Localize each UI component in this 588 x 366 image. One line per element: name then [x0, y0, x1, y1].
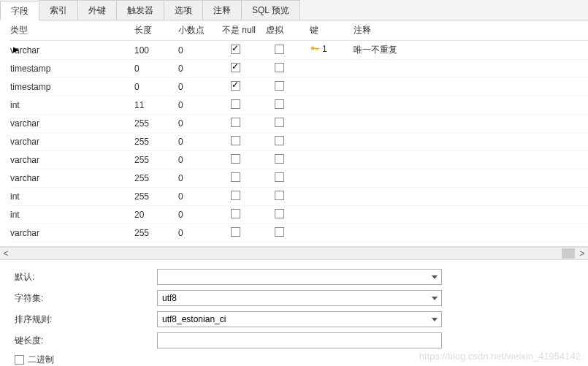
cell-length[interactable]: 255	[134, 228, 149, 238]
cell-type[interactable]: varchar	[10, 173, 39, 183]
cell-decimals[interactable]: 0	[178, 173, 183, 183]
collation-label: 排序规则:	[15, 313, 157, 326]
tab-2[interactable]: 外键	[77, 0, 117, 20]
virtual-checkbox[interactable]	[275, 209, 284, 218]
charset-label: 字符集:	[15, 292, 157, 305]
default-select[interactable]	[157, 269, 442, 285]
cell-comment[interactable]: 唯一不重复	[354, 45, 397, 55]
grid-header: 类型 长度 小数点 不是 null 虚拟 键 注释	[10, 20, 588, 41]
cell-decimals[interactable]: 0	[178, 137, 183, 147]
cell-length[interactable]: 100	[134, 45, 149, 56]
cell-length[interactable]: 255	[134, 118, 149, 129]
virtual-checkbox[interactable]	[275, 227, 284, 237]
virtual-checkbox[interactable]	[275, 154, 284, 164]
cell-type[interactable]: int	[10, 191, 20, 202]
cell-length[interactable]: 255	[134, 173, 149, 183]
table-row[interactable]: timestamp00	[10, 78, 588, 96]
tab-5[interactable]: 注释	[202, 0, 242, 20]
virtual-checkbox[interactable]	[275, 172, 284, 182]
table-row[interactable]: varchar2550	[10, 133, 588, 151]
notnull-checkbox[interactable]	[231, 227, 240, 237]
scroll-right-arrow[interactable]: >	[576, 248, 588, 259]
table-row[interactable]: int200	[10, 206, 588, 224]
table-row[interactable]: varchar2550	[10, 169, 588, 188]
virtual-checkbox[interactable]	[275, 45, 284, 54]
binary-checkbox[interactable]	[15, 355, 24, 365]
cell-length[interactable]: 255	[134, 137, 149, 147]
virtual-checkbox[interactable]	[275, 136, 284, 145]
cell-decimals[interactable]: 0	[178, 191, 183, 202]
cell-length[interactable]: 0	[134, 82, 140, 92]
notnull-checkbox[interactable]	[231, 154, 240, 164]
table-row[interactable]: varchar2550	[10, 224, 588, 243]
table-row[interactable]: varchar2550	[10, 115, 588, 133]
cell-length[interactable]: 20	[134, 210, 144, 220]
cell-decimals[interactable]: 0	[178, 82, 183, 92]
scroll-thumb[interactable]	[562, 248, 575, 259]
cell-type[interactable]: int	[10, 210, 20, 220]
horizontal-scrollbar[interactable]: < >	[0, 247, 588, 260]
binary-label: 二进制	[28, 354, 54, 366]
cell-type[interactable]: timestamp	[10, 82, 50, 92]
col-header-comment[interactable]: 注释	[354, 20, 588, 41]
col-header-decimals[interactable]: 小数点	[178, 20, 222, 41]
key-length-input[interactable]	[157, 332, 442, 348]
tab-4[interactable]: 选项	[164, 0, 203, 20]
notnull-checkbox[interactable]	[231, 81, 240, 91]
scroll-left-arrow[interactable]: <	[0, 248, 12, 259]
cell-decimals[interactable]: 0	[178, 100, 183, 110]
table-row[interactable]: int110	[10, 96, 588, 115]
fields-grid[interactable]: 类型 长度 小数点 不是 null 虚拟 键 注释 ▶varchar10001唯…	[0, 20, 588, 247]
collation-select[interactable]	[157, 311, 442, 327]
cell-decimals[interactable]: 0	[178, 210, 183, 220]
cell-length[interactable]: 11	[134, 100, 144, 110]
table-row[interactable]: ▶varchar10001唯一不重复	[10, 41, 588, 60]
cell-decimals[interactable]: 0	[178, 228, 183, 238]
tab-0[interactable]: 字段	[0, 1, 39, 20]
notnull-checkbox[interactable]	[231, 172, 240, 182]
svg-point-0	[312, 47, 313, 49]
cell-type[interactable]: varchar	[10, 155, 39, 165]
cell-type[interactable]: int	[10, 100, 20, 110]
charset-select[interactable]	[157, 290, 442, 306]
current-row-marker: ▶	[13, 45, 19, 53]
virtual-checkbox[interactable]	[275, 118, 284, 127]
cell-decimals[interactable]: 0	[178, 118, 183, 129]
cell-length[interactable]: 255	[134, 155, 149, 165]
cell-type[interactable]: timestamp	[10, 64, 50, 74]
col-header-notnull[interactable]: 不是 null	[222, 20, 266, 41]
virtual-checkbox[interactable]	[275, 99, 284, 109]
cell-type[interactable]: varchar	[10, 228, 39, 238]
table-row[interactable]: varchar2550	[10, 151, 588, 169]
notnull-checkbox[interactable]	[231, 209, 240, 218]
notnull-checkbox[interactable]	[231, 45, 240, 54]
field-properties-panel: 默认: 字符集: 排序规则: 键长度: 二进制	[0, 260, 588, 366]
cell-type[interactable]: varchar	[10, 137, 39, 147]
virtual-checkbox[interactable]	[275, 81, 284, 91]
virtual-checkbox[interactable]	[275, 63, 284, 72]
cell-decimals[interactable]: 0	[178, 64, 183, 74]
virtual-checkbox[interactable]	[275, 191, 284, 200]
col-header-type[interactable]: 类型	[10, 20, 134, 41]
cell-length[interactable]: 0	[134, 64, 140, 74]
cell-decimals[interactable]: 0	[178, 45, 183, 56]
cell-type[interactable]: varchar	[10, 118, 39, 129]
table-row[interactable]: timestamp00	[10, 60, 588, 78]
notnull-checkbox[interactable]	[231, 63, 240, 72]
primary-key-icon: 1	[310, 44, 327, 54]
key-length-label: 键长度:	[15, 335, 157, 347]
tab-1[interactable]: 索引	[39, 0, 78, 20]
notnull-checkbox[interactable]	[231, 191, 240, 200]
col-header-length[interactable]: 长度	[134, 20, 178, 41]
col-header-key[interactable]: 键	[310, 20, 354, 41]
table-row[interactable]: int2550	[10, 188, 588, 206]
notnull-checkbox[interactable]	[231, 136, 240, 145]
tab-3[interactable]: 触发器	[116, 0, 164, 20]
tab-bar: 字段索引外键触发器选项注释SQL 预览	[0, 0, 588, 20]
tab-6[interactable]: SQL 预览	[241, 0, 300, 20]
cell-length[interactable]: 255	[134, 191, 149, 202]
notnull-checkbox[interactable]	[231, 118, 240, 127]
cell-decimals[interactable]: 0	[178, 155, 183, 165]
col-header-virtual[interactable]: 虚拟	[266, 20, 310, 41]
notnull-checkbox[interactable]	[231, 99, 240, 109]
